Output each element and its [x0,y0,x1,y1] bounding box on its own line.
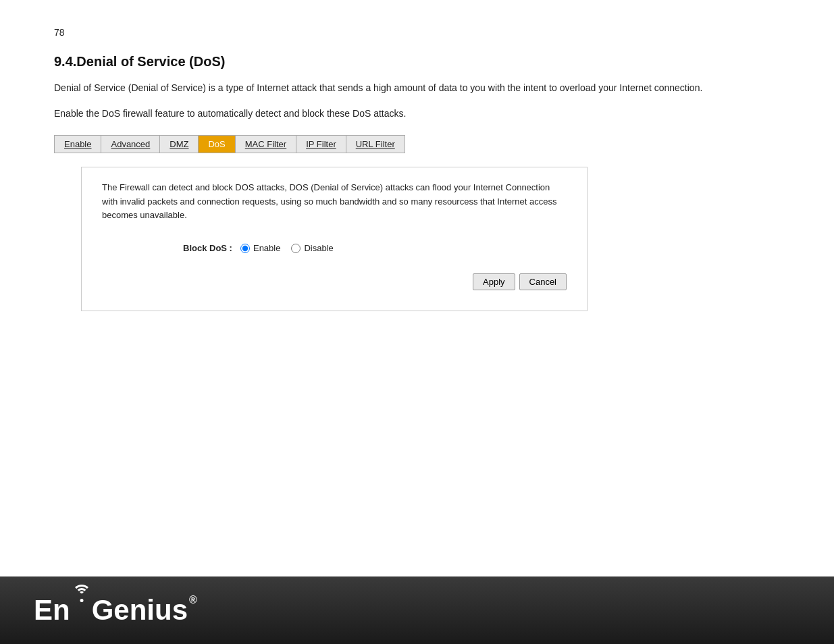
section-description: Denial of Service (Denial of Service) is… [54,80,780,95]
disable-radio-option[interactable]: Disable [291,243,333,253]
enable-radio-input[interactable] [240,244,250,253]
logo-genius: Genius [92,594,188,626]
panel-description: The Firewall can detect and block DOS at… [102,181,567,223]
logo: En Genius ® [34,594,197,626]
logo-registered: ® [189,594,197,606]
apply-button[interactable]: Apply [473,273,515,290]
wifi-icon [72,587,92,602]
tab-advanced[interactable]: Advanced [101,136,160,153]
enable-radio-option[interactable]: Enable [240,243,280,253]
radio-group: Enable Disable [240,243,334,253]
tab-mac-filter[interactable]: MAC Filter [236,136,296,153]
tab-dos[interactable]: DoS [199,136,235,153]
enable-description: Enable the DoS firewall feature to autom… [54,106,780,121]
tab-dmz[interactable]: DMZ [160,136,199,153]
page-content: 78 9.4.Denial of Service (DoS) Denial of… [0,0,834,338]
disable-radio-input[interactable] [291,244,301,253]
page-number: 78 [54,27,780,38]
logo-en: En [34,594,70,626]
disable-radio-label: Disable [304,243,333,253]
cancel-button[interactable]: Cancel [519,273,567,290]
enable-radio-label: Enable [253,243,280,253]
footer: En Genius ® [0,576,834,644]
block-dos-label: Block DoS : [183,243,232,253]
tab-url-filter[interactable]: URL Filter [346,136,405,153]
tab-bar: Enable Advanced DMZ DoS MAC Filter IP Fi… [54,135,405,153]
button-row: Apply Cancel [102,273,567,290]
content-panel: The Firewall can detect and block DOS at… [81,167,588,311]
tab-ip-filter[interactable]: IP Filter [296,136,346,153]
section-title: 9.4.Denial of Service (DoS) [54,54,780,70]
block-dos-row: Block DoS : Enable Disable [102,243,567,253]
tab-enable[interactable]: Enable [55,136,101,153]
